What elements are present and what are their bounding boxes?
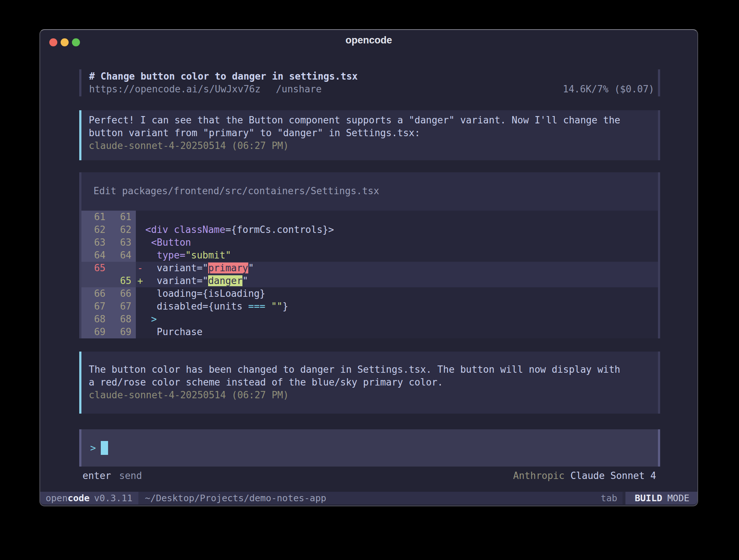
- working-directory: ~/Desktop/Projects/demo-notes-app: [145, 492, 326, 505]
- opencode-window: opencode # Change button color to danger…: [39, 29, 698, 506]
- tab-key-hint[interactable]: tab: [601, 492, 617, 505]
- message-text: a red/rose color scheme instead of the b…: [89, 376, 649, 389]
- diff-row: 6363 <Button: [81, 236, 658, 249]
- app-version-segment: opencodev0.3.11: [40, 492, 138, 505]
- token-usage: 14.6K/7% ($0.07): [563, 83, 654, 96]
- mode-name: BUILD: [635, 493, 662, 503]
- app-name-suffix: code: [68, 493, 89, 503]
- mode-label: MODE: [667, 493, 689, 503]
- session-subheader: https://opencode.ai/s/UwJxv76z /unshare …: [89, 83, 654, 96]
- mode-segment: BUILDMODE: [625, 492, 697, 505]
- diff-line-numbers: 6666: [81, 287, 136, 300]
- message-text: Perfect! I can see that the Button compo…: [89, 114, 649, 127]
- diff-row: 65- variant="primary": [81, 262, 658, 275]
- app-name-prefix: open: [46, 493, 68, 503]
- model-name: Claude Sonnet 4: [570, 469, 656, 482]
- diff-code-line: [145, 211, 658, 223]
- status-bar: opencodev0.3.11 ~/Desktop/Projects/demo-…: [40, 492, 697, 505]
- unshare-command[interactable]: /unshare: [276, 83, 322, 96]
- diff-row: 6666 loading={isLoading}: [81, 287, 658, 300]
- diff-code-line: type="submit": [145, 249, 658, 262]
- message-input[interactable]: >: [79, 429, 660, 467]
- message-text: The button color has been changed to dan…: [89, 363, 649, 376]
- prompt-symbol: >: [90, 442, 96, 454]
- text-cursor: [101, 441, 108, 455]
- status-divider: [623, 492, 625, 505]
- desktop: opencode # Change button color to danger…: [0, 0, 739, 560]
- edit-file-path: Edit packages/frontend/src/containers/Se…: [81, 185, 658, 197]
- diff-table: 6161 6262 <div className={formCs.control…: [81, 211, 658, 338]
- diff-code-line: variant="primary": [145, 262, 658, 275]
- assistant-message-2: The button color has been changed to dan…: [79, 352, 660, 414]
- diff-line-numbers: 6969: [81, 326, 136, 338]
- share-url[interactable]: https://opencode.ai/s/UwJxv76z: [89, 83, 261, 96]
- send-action-hint: send: [119, 469, 142, 482]
- window-titlebar: opencode: [40, 30, 697, 50]
- session-header: # Change button color to danger in setti…: [79, 69, 660, 96]
- diff-code-line: <div className={formCs.controls}>: [145, 223, 658, 236]
- session-title: # Change button color to danger in setti…: [89, 70, 654, 83]
- model-meta: claude-sonnet-4-20250514 (06:27 PM): [89, 389, 649, 402]
- diff-line-numbers: 6161: [81, 211, 136, 223]
- diff-row: 6868 >: [81, 313, 658, 326]
- diff-code-line: Purchase: [145, 326, 658, 338]
- provider-name: Anthropic: [513, 469, 564, 482]
- diff-line-numbers: 6262: [81, 223, 136, 236]
- diff-line-numbers: 65: [81, 262, 136, 275]
- app-version: v0.3.11: [94, 493, 132, 503]
- diff-row: 6161: [81, 211, 658, 223]
- diff-code-line: loading={isLoading}: [145, 287, 658, 300]
- diff-row: 6767 disabled={units === ""}: [81, 300, 658, 313]
- diff-code-line: >: [145, 313, 658, 326]
- diff-code-line: disabled={units === ""}: [145, 300, 658, 313]
- assistant-message-1: Perfect! I can see that the Button compo…: [79, 110, 660, 160]
- diff-line-numbers: 6868: [81, 313, 136, 326]
- diff-row: 6969 Purchase: [81, 326, 658, 338]
- diff-row: 6262 <div className={formCs.controls}>: [81, 223, 658, 236]
- diff-line-numbers: 6363: [81, 236, 136, 249]
- diff-line-numbers: 6464: [81, 249, 136, 262]
- main-column: # Change button color to danger in setti…: [79, 69, 660, 482]
- diff-line-numbers: 6767: [81, 300, 136, 313]
- enter-key-hint: enter: [83, 469, 111, 482]
- diff-row: 6464 type="submit": [81, 249, 658, 262]
- diff-line-numbers: 65: [81, 275, 136, 287]
- edit-tool-block: Edit packages/frontend/src/containers/Se…: [79, 172, 660, 338]
- message-text: button variant from "primary" to "danger…: [89, 127, 649, 139]
- prompt-row: >: [90, 441, 658, 454]
- model-meta: claude-sonnet-4-20250514 (06:27 PM): [89, 139, 649, 152]
- footer-hints: enter send Anthropic Claude Sonnet 4: [79, 469, 660, 482]
- window-title: opencode: [40, 35, 697, 46]
- diff-row: 65+ variant="danger": [81, 275, 658, 287]
- diff-code-line: variant="danger": [145, 275, 658, 287]
- diff-code-line: <Button: [145, 236, 658, 249]
